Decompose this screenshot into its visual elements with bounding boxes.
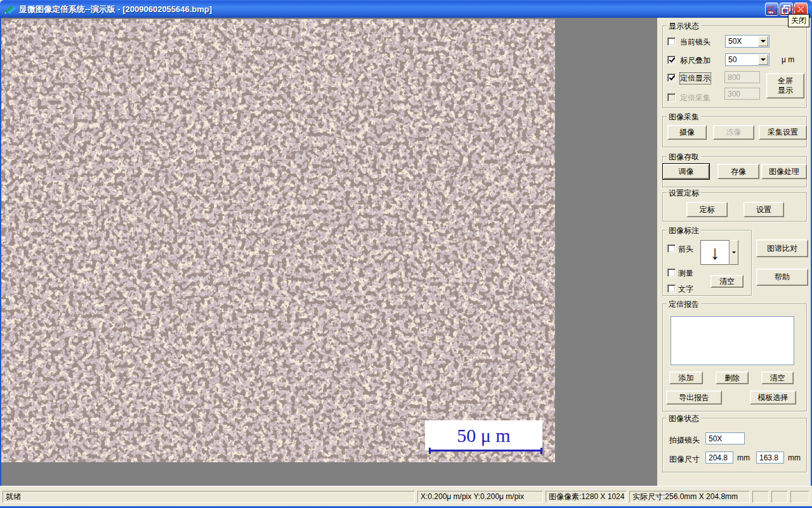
measure-checkbox[interactable] bbox=[667, 269, 676, 277]
help-button[interactable]: 帮助 bbox=[756, 269, 808, 286]
control-panel: 显示状态 当前镜头 50X 标尺叠加 50 μ m 定倍显示 800 定倍采集 … bbox=[657, 18, 811, 486]
text-label: 文字 bbox=[678, 284, 693, 295]
width-unit-label: mm bbox=[737, 453, 750, 462]
arrow-label: 箭头 bbox=[678, 244, 693, 255]
group-calibration-title: 设置定标 bbox=[667, 188, 701, 199]
scale-bar-line bbox=[429, 448, 542, 454]
status-pixel-scale: X:0.200μ m/pix Y:0.200μ m/pix bbox=[417, 491, 543, 503]
ruler-dropdown-icon[interactable] bbox=[758, 55, 768, 65]
report-template-button[interactable]: 模板选择 bbox=[750, 391, 796, 404]
fixed-capture-input: 300 bbox=[724, 88, 760, 100]
report-delete-button[interactable]: 删除 bbox=[716, 371, 749, 384]
group-image-status-title: 图像状态 bbox=[667, 413, 701, 424]
group-display-status-title: 显示状态 bbox=[667, 21, 701, 32]
size-field-label: 图像尺寸 bbox=[669, 454, 700, 465]
fullscreen-button-label: 全屏显示 bbox=[776, 76, 794, 95]
fullscreen-button[interactable]: 全屏显示 bbox=[766, 73, 804, 98]
status-pane-extra-3 bbox=[790, 491, 809, 503]
current-lens-label: 当前镜头 bbox=[680, 37, 710, 48]
image-width-field[interactable]: 204.8 bbox=[705, 451, 733, 464]
micrograph-canvas[interactable]: 50 μ m bbox=[1, 19, 555, 462]
lens-field-label: 拍摄镜头 bbox=[669, 435, 700, 446]
image-process-button[interactable]: 图像处理 bbox=[761, 164, 807, 179]
micrograph-texture bbox=[1, 19, 555, 462]
current-lens-dropdown-icon[interactable] bbox=[758, 36, 768, 46]
client-area: 50 μ m 显示状态 当前镜头 50X 标尺叠加 50 μ m bbox=[0, 18, 812, 486]
group-capture-title: 图像采集 bbox=[667, 112, 701, 123]
scale-bar-text: 50 μ m bbox=[457, 425, 510, 446]
window-frame-left bbox=[0, 18, 1, 506]
window-title: 显微图像定倍系统--演示版 - [20090602055646.bmp] bbox=[19, 4, 212, 15]
status-pane-extra-1 bbox=[752, 491, 769, 503]
fixed-display-checkbox[interactable] bbox=[667, 74, 676, 82]
app-icon bbox=[4, 3, 15, 15]
atlas-compare-button[interactable]: 图谱比对 bbox=[756, 239, 808, 257]
report-clear-button[interactable]: 清空 bbox=[761, 371, 794, 384]
image-height-field[interactable]: 163.8 bbox=[756, 451, 784, 464]
capture-settings-button[interactable]: 采集设置 bbox=[759, 125, 807, 140]
current-lens-checkbox[interactable] bbox=[667, 37, 676, 46]
down-arrow-icon: ↓ bbox=[710, 243, 720, 262]
status-ready: 就绪 bbox=[3, 491, 415, 503]
fixed-capture-checkbox bbox=[667, 93, 676, 102]
shoot-button[interactable]: 摄像 bbox=[667, 125, 707, 140]
measure-label: 测量 bbox=[678, 268, 693, 279]
ruler-overlay-checkbox[interactable] bbox=[667, 56, 676, 64]
group-annotation-title: 图像标注 bbox=[667, 225, 701, 236]
group-storage-title: 图像存取 bbox=[667, 152, 701, 163]
title-bar: 显微图像定倍系统--演示版 - [20090602055646.bmp] 乐山仪… bbox=[0, 0, 812, 18]
arrow-style-preview[interactable]: ↓ bbox=[700, 240, 730, 265]
text-checkbox[interactable] bbox=[667, 284, 676, 293]
annotation-clear-button[interactable]: 清空 bbox=[710, 275, 743, 288]
arrow-dropdown-icon bbox=[732, 251, 736, 253]
status-image-pixels: 图像像素:1280 X 1024 bbox=[546, 491, 627, 503]
calibrate-button[interactable]: 定标 bbox=[686, 202, 728, 217]
group-report-title: 定倍报告 bbox=[667, 299, 701, 310]
ruler-unit-label: μ m bbox=[782, 55, 794, 64]
ruler-value-combo[interactable]: 50 bbox=[725, 53, 769, 66]
save-image-button[interactable]: 存像 bbox=[717, 164, 759, 179]
group-calibration: 设置定标 bbox=[662, 192, 807, 222]
fixed-display-label: 定倍显示 bbox=[680, 73, 710, 84]
load-image-button[interactable]: 调像 bbox=[663, 164, 709, 179]
arrow-style-dropdown[interactable] bbox=[730, 240, 738, 265]
status-pane-extra-2 bbox=[771, 491, 788, 503]
report-export-button[interactable]: 导出报告 bbox=[666, 391, 722, 404]
ruler-value: 50 bbox=[728, 55, 737, 64]
lens-field[interactable]: 50X bbox=[705, 432, 745, 444]
height-unit-label: mm bbox=[788, 453, 801, 462]
report-add-button[interactable]: 添加 bbox=[669, 371, 703, 384]
fixed-display-input: 800 bbox=[724, 71, 760, 83]
calibration-settings-button[interactable]: 设置 bbox=[743, 202, 784, 217]
arrow-checkbox[interactable] bbox=[667, 244, 676, 253]
freeze-button: 冻像 bbox=[713, 125, 754, 140]
status-actual-size: 实际尺寸:256.0mm X 204.8mm bbox=[629, 491, 750, 503]
status-bar: 就绪 X:0.200μ m/pix Y:0.200μ m/pix 图像像素:12… bbox=[0, 486, 812, 506]
fixed-capture-label: 定倍采集 bbox=[680, 93, 710, 104]
close-tooltip: 关闭 bbox=[788, 14, 809, 27]
current-lens-value: 50X bbox=[728, 37, 742, 46]
report-listbox[interactable] bbox=[671, 316, 794, 365]
scale-bar-label: 50 μ m bbox=[425, 420, 542, 450]
ruler-overlay-label: 标尺叠加 bbox=[680, 55, 710, 66]
current-lens-combo[interactable]: 50X bbox=[725, 35, 769, 48]
app-window: 显微图像定倍系统--演示版 - [20090602055646.bmp] 乐山仪… bbox=[0, 0, 812, 508]
